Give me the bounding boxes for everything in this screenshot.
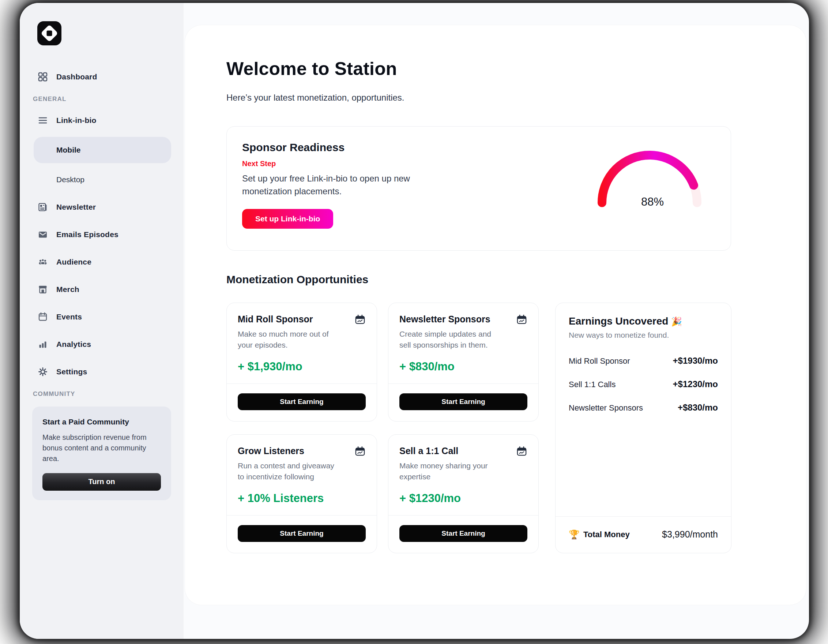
total-money-label: Total Money (583, 530, 630, 539)
sidebar-item-emails-episodes[interactable]: Emails Episodes (32, 226, 171, 243)
sidebar-item-merch[interactable]: Merch (32, 281, 171, 298)
earnings-title: Earnings Uncovered 🎉 (569, 316, 718, 327)
earnings-row: Mid Roll Sponsor +$1930/mo (569, 356, 718, 366)
sidebar-section-community: COMMUNITY (33, 390, 171, 398)
sidebar-item-settings[interactable]: Settings (32, 363, 171, 380)
app-window: Dashboard GENERAL Link-in-bio Mobile Des… (20, 3, 809, 639)
card-value: + $1,930/mo (238, 360, 366, 373)
sidebar-item-analytics[interactable]: Analytics (32, 336, 171, 353)
calendar-badge-icon (516, 446, 527, 457)
sidebar-item-link-in-bio[interactable]: Link-in-bio (32, 112, 171, 129)
sidebar-item-label: Merch (56, 285, 79, 294)
sidebar-item-label: Link-in-bio (56, 116, 97, 125)
logo-diamond-icon (41, 25, 58, 42)
trophy-icon: 🏆 (569, 529, 580, 540)
turn-on-button[interactable]: Turn on (42, 473, 161, 491)
calendar-badge-icon (354, 446, 366, 457)
menu-icon (37, 115, 48, 126)
card-title: Sell a 1:1 Call (399, 446, 458, 456)
newspaper-icon (37, 202, 48, 213)
sidebar-item-label: Emails Episodes (56, 230, 119, 239)
party-popper-icon: 🎉 (671, 317, 682, 327)
card-value: + $830/mo (399, 360, 527, 373)
store-icon (37, 284, 48, 295)
sidebar-item-newsletter[interactable]: Newsletter (32, 198, 171, 216)
community-card-body: Make subscription revenue from bonus con… (42, 432, 161, 464)
calendar-badge-icon (516, 314, 527, 325)
start-earning-button[interactable]: Start Earning (238, 525, 366, 542)
sidebar-subitem-desktop[interactable]: Desktop (32, 171, 171, 188)
opportunity-card-sell-call: Sell a 1:1 Call Make money sharing you (388, 434, 539, 553)
sidebar-item-label: Settings (56, 368, 87, 376)
setup-link-in-bio-button[interactable]: Set up Link-in-bio (242, 209, 333, 229)
calendar-icon (37, 311, 48, 322)
sidebar-subitem-mobile[interactable]: Mobile (34, 137, 171, 163)
gear-icon (37, 366, 48, 377)
opportunity-card-grow-listeners: Grow Listeners Run a contest and givea (226, 434, 377, 553)
sidebar: Dashboard GENERAL Link-in-bio Mobile Des… (20, 3, 183, 639)
card-value: + $1230/mo (399, 492, 527, 505)
bar-chart-icon (37, 339, 48, 350)
card-title: Mid Roll Sponsor (238, 314, 313, 325)
start-earning-button[interactable]: Start Earning (399, 393, 527, 410)
card-description: Run a contest and giveaway to incentiviz… (238, 460, 335, 482)
sidebar-item-label: Analytics (56, 340, 91, 349)
page-subtitle: Here’s your latest monetization, opportu… (226, 93, 806, 103)
monetization-section-title: Monetization Opportunities (226, 273, 806, 286)
opportunity-card-mid-roll: Mid Roll Sponsor Make so much more out (226, 303, 377, 421)
gauge-value-label: 88% (641, 195, 664, 208)
sponsor-readiness-card: Sponsor Readiness Next Step Set up your … (226, 126, 731, 251)
page-title: Welcome to Station (226, 58, 806, 79)
sidebar-item-label: Dashboard (56, 72, 97, 81)
sidebar-item-events[interactable]: Events (32, 308, 171, 326)
paid-community-card: Start a Paid Community Make subscription… (32, 407, 171, 500)
card-description: Make so much more out of your episodes. (238, 328, 335, 350)
sidebar-item-label: Events (56, 313, 82, 321)
sidebar-item-dashboard[interactable]: Dashboard (32, 68, 171, 86)
start-earning-button[interactable]: Start Earning (238, 393, 366, 410)
station-logo[interactable] (37, 21, 61, 46)
mail-icon (37, 229, 48, 240)
sidebar-item-label: Newsletter (56, 203, 96, 212)
earnings-row: Newsletter Sponsors +$830/mo (569, 402, 718, 413)
card-description: Make money sharing your expertise (399, 460, 496, 482)
sidebar-item-audience[interactable]: Audience (32, 253, 171, 271)
main-panel: Welcome to Station Here’s your latest mo… (185, 25, 806, 605)
total-money-value: $3,990/month (662, 529, 718, 540)
users-icon (37, 256, 48, 267)
sidebar-item-label: Audience (56, 258, 91, 266)
sidebar-section-general: GENERAL (33, 96, 171, 103)
card-value: + 10% Listeners (238, 492, 366, 505)
card-title: Grow Listeners (238, 446, 304, 456)
opportunities-grid: Mid Roll Sponsor Make so much more out (226, 303, 806, 553)
earnings-row: Sell 1:1 Calls +$1230/mo (569, 379, 718, 390)
readiness-gauge: 88% (595, 148, 704, 214)
sponsor-card-description: Set up your free Link-in-bio to open up … (242, 172, 454, 198)
earnings-subtitle: New ways to monetize found. (569, 331, 718, 339)
earnings-uncovered-panel: Earnings Uncovered 🎉 New ways to monetiz… (555, 303, 731, 553)
card-description: Create simple updates and sell sponsorsh… (399, 328, 496, 350)
start-earning-button[interactable]: Start Earning (399, 525, 527, 542)
opportunity-card-newsletter-sponsors: Newsletter Sponsors Create simple upda (388, 303, 539, 421)
card-title: Newsletter Sponsors (399, 314, 491, 325)
community-card-title: Start a Paid Community (42, 418, 161, 426)
earnings-total-row: 🏆 Total Money $3,990/month (555, 516, 731, 553)
grid-icon (37, 71, 48, 82)
calendar-badge-icon (354, 314, 366, 325)
